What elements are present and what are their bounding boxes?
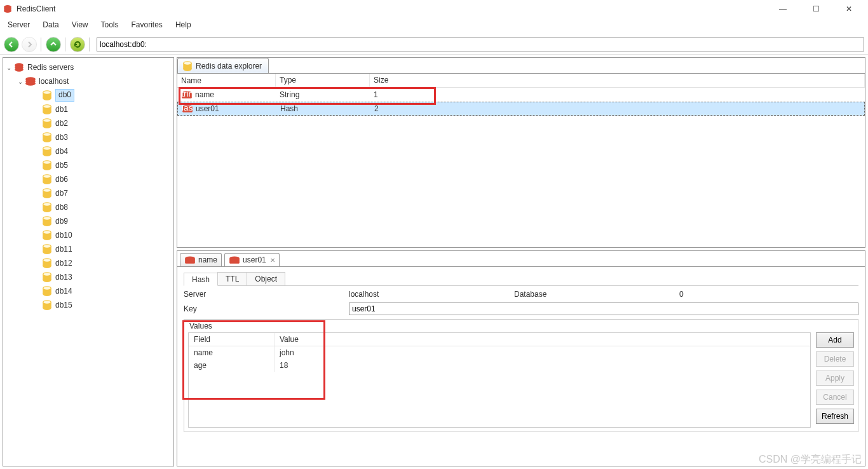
tree-db-label: db1	[55, 105, 68, 114]
cancel-button[interactable]: Cancel	[816, 390, 854, 405]
forward-button[interactable]	[22, 37, 37, 52]
explorer-header: Name Type Size	[177, 74, 865, 88]
svg-point-60	[43, 259, 50, 262]
key-input[interactable]	[349, 302, 858, 315]
add-button[interactable]: Add	[816, 332, 854, 348]
detail-panel: nameuser01✕ Hash TTL Object Server local…	[177, 250, 865, 466]
col-type[interactable]: Type	[276, 74, 370, 87]
explorer-panel: Redis data explorer Name Type Size Strin…	[177, 57, 865, 248]
refresh-button[interactable]	[70, 37, 85, 52]
button-column: AddDeleteApplyCancelRefresh	[816, 332, 854, 424]
database-icon	[41, 104, 53, 114]
values-table[interactable]: Field Value namejohnage18	[188, 332, 811, 428]
svg-point-28	[43, 147, 50, 150]
tree-server-label: localhost	[39, 77, 69, 86]
explorer-row-name[interactable]: StringnameString1	[177, 88, 865, 102]
tree-db-db7[interactable]: db7	[4, 186, 172, 200]
detail-tab-user01[interactable]: user01✕	[224, 253, 280, 266]
tree-root[interactable]: ⌄ Redis servers	[4, 60, 172, 74]
detail-tab-name[interactable]: name	[180, 253, 222, 266]
maximize-button[interactable]: ☐	[807, 3, 825, 15]
database-icon	[41, 216, 53, 226]
hash-icon: Hash	[182, 104, 193, 114]
svg-point-27	[43, 152, 51, 156]
address-input[interactable]	[97, 37, 864, 51]
database-icon	[41, 258, 53, 268]
tree-server[interactable]: ⌄ localhost	[4, 74, 172, 88]
delete-button[interactable]: Delete	[816, 351, 854, 367]
detail-body: Hash TTL Object Server localhost Databas…	[177, 266, 865, 466]
svg-point-15	[43, 110, 51, 114]
tree-db-db2[interactable]: db2	[4, 116, 172, 130]
svg-point-11	[43, 96, 51, 100]
svg-point-16	[43, 105, 50, 108]
apply-button[interactable]: Apply	[816, 370, 854, 386]
col-field[interactable]: Field	[189, 333, 275, 346]
tree-db-db10[interactable]: db10	[4, 228, 172, 242]
svg-point-31	[43, 166, 51, 170]
database-value: 0	[679, 290, 844, 299]
tree-db-db6[interactable]: db6	[4, 172, 172, 186]
col-value[interactable]: Value	[275, 333, 810, 346]
tree-db-db0[interactable]: db0	[4, 88, 172, 102]
svg-point-51	[43, 236, 51, 240]
explorer-row-user01[interactable]: Hashuser01Hash2	[177, 102, 865, 116]
menu-tools[interactable]: Tools	[95, 19, 125, 31]
svg-point-44	[43, 203, 50, 206]
chevron-down-icon[interactable]: ⌄	[16, 78, 25, 85]
chevron-down-icon[interactable]: ⌄	[4, 64, 13, 71]
svg-point-5	[15, 67, 24, 72]
tree-db-label: db3	[55, 133, 68, 142]
menu-favorites[interactable]: Favorites	[125, 19, 169, 31]
close-button[interactable]: ✕	[840, 3, 858, 15]
menu-view[interactable]: View	[65, 19, 95, 31]
tree-db-db5[interactable]: db5	[4, 158, 172, 172]
tree-db-label: db9	[55, 217, 68, 226]
database-icon	[41, 132, 53, 142]
database-icon	[41, 146, 53, 156]
tree-db-db3[interactable]: db3	[4, 130, 172, 144]
menu-help[interactable]: Help	[169, 19, 198, 31]
tree-db-db8[interactable]: db8	[4, 200, 172, 214]
database-icon	[41, 118, 53, 128]
toolbar	[0, 34, 868, 55]
menu-server[interactable]: Server	[1, 19, 36, 31]
refresh-button[interactable]: Refresh	[816, 409, 854, 424]
svg-point-63	[43, 278, 51, 282]
redis-servers-icon	[13, 62, 25, 72]
tree-db-db9[interactable]: db9	[4, 214, 172, 228]
tree-db-label: db13	[55, 273, 72, 282]
tree-db-db4[interactable]: db4	[4, 144, 172, 158]
tree-db-db1[interactable]: db1	[4, 102, 172, 116]
subtab-hash[interactable]: Hash	[184, 273, 218, 286]
svg-point-76	[184, 62, 191, 65]
database-icon	[41, 174, 53, 184]
server-tree[interactable]: ⌄ Redis servers ⌄ localhost db0db1db2db3…	[3, 57, 174, 466]
server-label: Server	[184, 290, 349, 299]
detail-tabs: nameuser01✕	[177, 251, 865, 266]
col-name[interactable]: Name	[177, 74, 276, 87]
tree-db-db11[interactable]: db11	[4, 242, 172, 256]
minimize-button[interactable]: —	[774, 3, 792, 15]
server-icon	[25, 76, 36, 86]
up-button[interactable]	[46, 37, 61, 52]
tree-db-db15[interactable]: db15	[4, 298, 172, 312]
values-row[interactable]: age18	[189, 359, 810, 372]
svg-point-35	[43, 180, 51, 184]
subtab-ttl[interactable]: TTL	[217, 272, 247, 285]
back-button[interactable]	[4, 37, 19, 52]
svg-point-36	[43, 175, 50, 178]
tree-db-db13[interactable]: db13	[4, 270, 172, 284]
explorer-tab[interactable]: Redis data explorer	[177, 58, 269, 73]
col-size[interactable]: Size	[370, 74, 865, 87]
tree-db-db14[interactable]: db14	[4, 284, 172, 298]
watermark: CSDN @学亮编程手记	[759, 453, 862, 466]
subtab-object[interactable]: Object	[247, 272, 285, 285]
svg-text:Hash: Hash	[182, 103, 193, 112]
svg-point-12	[43, 91, 50, 94]
menu-data[interactable]: Data	[36, 19, 65, 31]
tree-db-db12[interactable]: db12	[4, 256, 172, 270]
close-icon[interactable]: ✕	[270, 257, 275, 264]
tree-db-label: db14	[55, 287, 72, 296]
values-row[interactable]: namejohn	[189, 346, 810, 359]
